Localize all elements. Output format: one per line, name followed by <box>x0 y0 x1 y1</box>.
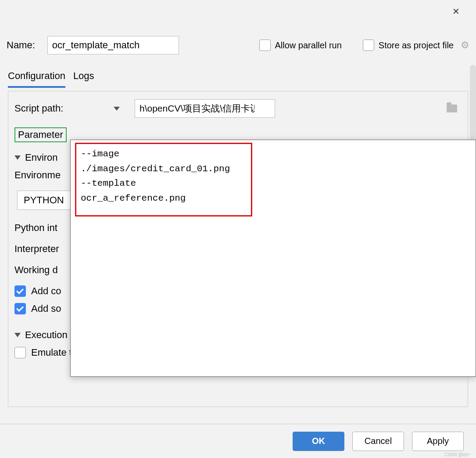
vertical-scrollbar[interactable] <box>470 65 476 144</box>
name-input[interactable] <box>47 36 179 54</box>
chevron-down-icon[interactable] <box>114 107 120 111</box>
checkbox-icon[interactable] <box>14 347 26 358</box>
allow-parallel-label: Allow parallel run <box>275 40 342 50</box>
cancel-button[interactable]: Cancel <box>352 432 404 451</box>
name-label: Name: <box>7 40 35 51</box>
script-path-input[interactable] <box>135 99 275 118</box>
checkbox-icon[interactable] <box>14 285 26 297</box>
store-project-label: Store as project file <box>379 40 454 50</box>
chevron-down-icon[interactable] <box>14 155 21 160</box>
interpreter-options-label: Interpreter <box>14 243 59 255</box>
add-content-label: Add co <box>31 285 61 297</box>
env-vars-label: Environme <box>14 169 61 181</box>
parameters-label: Parameter <box>14 127 67 142</box>
apply-button[interactable]: Apply <box>412 432 464 451</box>
close-icon[interactable]: ✕ <box>447 3 465 20</box>
python-interpreter-label: Python int <box>14 222 57 234</box>
working-directory-label: Working d <box>14 264 58 276</box>
add-source-label: Add so <box>31 303 61 314</box>
environment-section-label: Environ <box>25 152 58 163</box>
ok-button[interactable]: OK <box>293 432 344 451</box>
tab-configuration[interactable]: Configuration <box>8 68 65 88</box>
script-path-row: Script path: <box>14 99 462 118</box>
titlebar: ✕ <box>0 0 476 23</box>
store-project-group[interactable]: Store as project file ⚙ <box>363 40 469 51</box>
checkbox-icon[interactable] <box>259 40 271 51</box>
chevron-down-icon[interactable] <box>14 333 21 337</box>
parameters-popup[interactable]: --image ./images/credit_card_01.png --te… <box>70 140 476 377</box>
script-path-label: Script path: <box>14 103 63 114</box>
checkbox-icon[interactable] <box>14 303 26 314</box>
execution-section-label: Execution <box>25 329 68 341</box>
allow-parallel-group[interactable]: Allow parallel run <box>259 40 342 51</box>
tabs: Configuration Logs <box>0 68 476 88</box>
header-row: Name: Allow parallel run Store as projec… <box>0 23 476 68</box>
folder-icon[interactable] <box>447 105 457 112</box>
watermark: CSDN @lzh~ <box>444 452 471 457</box>
tab-logs[interactable]: Logs <box>73 68 94 88</box>
footer: OK Cancel Apply <box>0 424 476 458</box>
env-vars-value[interactable]: PYTHON <box>17 191 71 210</box>
checkbox-icon[interactable] <box>363 40 374 51</box>
parameters-textarea[interactable]: --image ./images/credit_card_01.png --te… <box>75 143 252 216</box>
gear-icon[interactable]: ⚙ <box>461 40 469 51</box>
